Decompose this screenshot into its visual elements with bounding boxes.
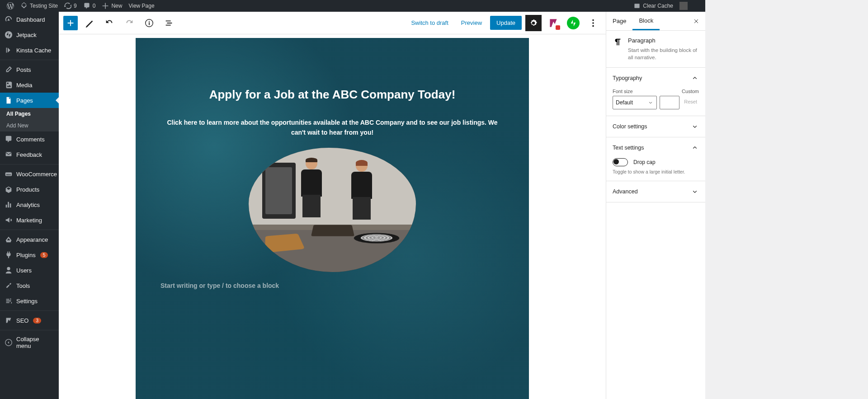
add-block-button[interactable] <box>63 16 78 30</box>
wp-logo[interactable] <box>4 0 17 12</box>
expand[interactable] <box>691 0 702 12</box>
admin-menu: Dashboard Jetpack Kinsta Cache Posts Med… <box>0 12 59 399</box>
update-button[interactable]: Update <box>490 16 522 30</box>
settings-toggle[interactable] <box>525 15 542 31</box>
updates[interactable]: 9 <box>61 0 80 12</box>
tab-block[interactable]: Block <box>632 12 660 30</box>
editor-header: Switch to draft Preview Update <box>59 12 606 34</box>
menu-media[interactable]: Media <box>0 77 59 93</box>
settings-tabs: Page Block <box>606 12 705 31</box>
editor-canvas[interactable]: Apply for a Job at the ABC Company Today… <box>59 34 606 399</box>
outline-button[interactable] <box>161 15 177 31</box>
chevron-down-icon <box>691 122 699 131</box>
menu-kinsta[interactable]: Kinsta Cache <box>0 42 59 58</box>
panel-color: Color settings <box>606 116 705 137</box>
plugins-badge: 5 <box>40 252 48 258</box>
svg-point-1 <box>5 31 12 38</box>
undo-button[interactable] <box>101 15 118 31</box>
tools-button[interactable] <box>81 15 98 31</box>
cover-paragraph[interactable]: Click here to learn more about the oppor… <box>160 117 504 138</box>
menu-seo[interactable]: SEO3 <box>0 310 59 328</box>
font-size-label: Font size <box>613 89 633 94</box>
svg-point-7 <box>592 19 594 21</box>
block-card: Paragraph Start with the building block … <box>606 31 705 68</box>
reset-button[interactable]: Reset <box>682 96 699 108</box>
menu-dashboard[interactable]: Dashboard <box>0 12 59 27</box>
cover-heading[interactable]: Apply for a Job at the ABC Company Today… <box>160 88 504 102</box>
svg-text:woo: woo <box>6 173 11 176</box>
chevron-up-icon <box>691 144 699 152</box>
drop-cap-label: Drop cap <box>633 159 656 165</box>
editor: Switch to draft Preview Update Apply for… <box>59 12 606 399</box>
drop-cap-toggle[interactable] <box>613 158 628 166</box>
settings-sidebar: Page Block Paragraph Start with the buil… <box>606 12 705 399</box>
seo-badge: 3 <box>33 318 41 324</box>
panel-advanced-toggle[interactable]: Advanced <box>606 181 705 202</box>
paragraph-icon <box>613 37 623 47</box>
svg-point-8 <box>592 22 594 24</box>
jetpack-button[interactable] <box>565 15 581 31</box>
pages-submenu: All Pages Add New <box>0 108 59 131</box>
menu-plugins[interactable]: Plugins5 <box>0 247 59 263</box>
menu-feedback[interactable]: Feedback <box>0 147 59 162</box>
panel-typography: Typography Font sizeCustom Default Reset <box>606 68 705 116</box>
menu-appearance[interactable]: Appearance <box>0 230 59 247</box>
menu-products[interactable]: Products <box>0 182 59 197</box>
menu-woocommerce[interactable]: wooWooCommerce <box>0 164 59 182</box>
avatar-icon <box>679 2 688 10</box>
redo-button[interactable] <box>121 15 137 31</box>
menu-jetpack[interactable]: Jetpack <box>0 27 59 42</box>
svg-rect-0 <box>635 4 640 8</box>
admin-bar: Testing Site 9 0 New View Page Clear Cac… <box>0 0 705 12</box>
menu-comments[interactable]: Comments <box>0 131 59 147</box>
menu-analytics[interactable]: Analytics <box>0 197 59 212</box>
svg-rect-2 <box>6 152 12 156</box>
site-name[interactable]: Testing Site <box>17 0 61 12</box>
custom-size-input[interactable] <box>660 96 679 109</box>
jetpack-icon <box>567 17 580 29</box>
font-size-select[interactable]: Default <box>613 96 657 109</box>
cover-image[interactable] <box>249 148 416 272</box>
menu-pages[interactable]: Pages <box>0 93 59 108</box>
menu-collapse[interactable]: Collapse menu <box>0 330 59 353</box>
chevron-up-icon <box>691 74 699 82</box>
menu-tools[interactable]: Tools <box>0 278 59 293</box>
comments-count[interactable]: 0 <box>80 0 99 12</box>
view-page[interactable]: View Page <box>125 0 157 12</box>
switch-to-draft[interactable]: Switch to draft <box>406 17 453 29</box>
chevron-down-icon <box>691 188 699 196</box>
clear-cache[interactable]: Clear Cache <box>630 0 676 12</box>
yoast-icon <box>547 17 559 29</box>
block-description: Start with the building block of all nar… <box>628 47 699 61</box>
panel-color-toggle[interactable]: Color settings <box>606 116 705 137</box>
custom-label: Custom <box>682 89 699 94</box>
preview-button[interactable]: Preview <box>457 17 486 29</box>
menu-posts[interactable]: Posts <box>0 60 59 77</box>
panel-text-toggle[interactable]: Text settings <box>606 137 705 158</box>
close-sidebar[interactable] <box>687 18 705 25</box>
menu-users[interactable]: Users <box>0 263 59 278</box>
panel-typography-toggle[interactable]: Typography <box>606 68 705 89</box>
info-button[interactable] <box>141 15 157 31</box>
cover-block[interactable]: Apply for a Job at the ABC Company Today… <box>136 38 529 399</box>
tab-page[interactable]: Page <box>606 12 632 30</box>
block-placeholder[interactable]: Start writing or type / to choose a bloc… <box>160 282 504 289</box>
chevron-down-icon <box>647 99 654 106</box>
svg-point-9 <box>592 25 594 27</box>
panel-text: Text settings Drop cap Toggle to show a … <box>606 137 705 181</box>
new-content[interactable]: New <box>99 0 125 12</box>
menu-settings[interactable]: Settings <box>0 293 59 309</box>
submenu-add-new[interactable]: Add New <box>0 120 59 131</box>
menu-marketing[interactable]: Marketing <box>0 212 59 228</box>
drop-cap-help: Toggle to show a large initial letter. <box>613 169 699 174</box>
more-menu[interactable] <box>585 15 601 31</box>
account[interactable] <box>676 0 691 12</box>
yoast-button[interactable] <box>545 15 561 31</box>
block-name: Paragraph <box>628 37 699 44</box>
panel-advanced: Advanced <box>606 181 705 202</box>
submenu-all-pages[interactable]: All Pages <box>0 108 59 120</box>
